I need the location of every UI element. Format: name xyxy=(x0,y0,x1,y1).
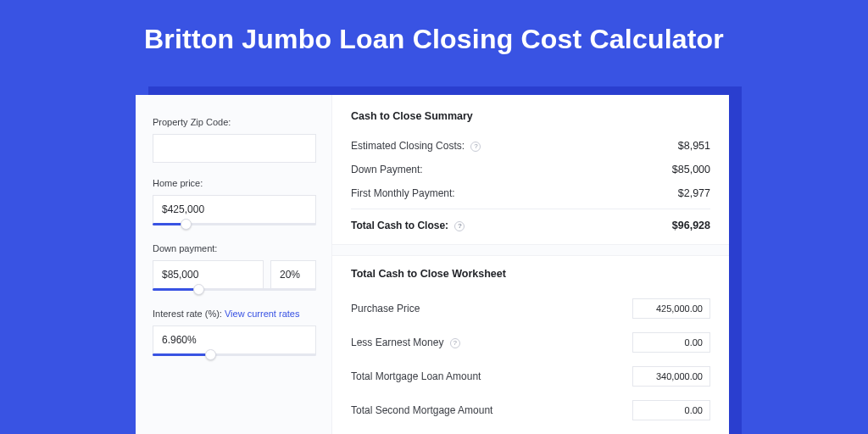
field-home-price: Home price: xyxy=(153,178,316,228)
down-payment-pct-input[interactable] xyxy=(270,260,316,289)
worksheet-row-mortgage-amount: Total Mortgage Loan Amount 340,000.00 xyxy=(351,359,710,393)
worksheet-row-purchase-price: Purchase Price 425,000.00 xyxy=(351,292,710,326)
help-icon[interactable]: ? xyxy=(454,221,465,231)
help-icon[interactable]: ? xyxy=(470,142,481,152)
worksheet-row-earnest-money: Less Earnest Money ? 0.00 xyxy=(351,326,710,359)
view-rates-link[interactable]: View current rates xyxy=(225,309,299,319)
main-content: Cash to Close Summary Estimated Closing … xyxy=(332,95,729,434)
worksheet-label-text: Less Earnest Money xyxy=(351,337,443,348)
down-payment-label: Down payment: xyxy=(153,243,316,253)
worksheet-value: 425,000.00 xyxy=(632,298,710,319)
home-price-label: Home price: xyxy=(153,178,316,188)
summary-value: $85,000 xyxy=(672,164,710,175)
worksheet-title: Total Cash to Close Worksheet xyxy=(351,268,710,280)
field-interest-rate: Interest rate (%): View current rates xyxy=(153,309,316,359)
zip-input[interactable] xyxy=(153,134,316,163)
down-payment-slider[interactable] xyxy=(153,288,316,293)
summary-total-value: $96,928 xyxy=(672,220,710,231)
slider-fill xyxy=(153,353,210,356)
home-price-input[interactable] xyxy=(153,195,316,224)
summary-label: First Monthly Payment: xyxy=(351,187,455,199)
worksheet-label: Less Earnest Money ? xyxy=(351,337,460,348)
summary-total-label: Total Cash to Close: ? xyxy=(351,220,465,231)
summary-row-closing-costs: Estimated Closing Costs: ? $8,951 xyxy=(351,134,710,158)
worksheet-label: Total Mortgage Loan Amount xyxy=(351,370,481,382)
summary-label: Estimated Closing Costs: ? xyxy=(351,140,481,152)
worksheet-value: 0.00 xyxy=(632,400,710,420)
worksheet-section: Total Cash to Close Worksheet Purchase P… xyxy=(351,256,710,427)
summary-row-total: Total Cash to Close: ? $96,928 xyxy=(351,209,710,237)
summary-value: $8,951 xyxy=(678,140,710,152)
slider-thumb[interactable] xyxy=(181,219,192,230)
interest-rate-slider[interactable] xyxy=(153,353,316,359)
interest-rate-input[interactable] xyxy=(153,326,316,354)
slider-thumb[interactable] xyxy=(193,284,204,295)
page-title: Britton Jumbo Loan Closing Cost Calculat… xyxy=(0,24,868,55)
summary-label: Down Payment: xyxy=(351,164,423,175)
section-divider xyxy=(332,244,729,256)
worksheet-label: Total Second Mortgage Amount xyxy=(351,404,492,416)
summary-total-label-text: Total Cash to Close: xyxy=(351,220,448,231)
worksheet-value: 0.00 xyxy=(632,332,710,353)
interest-rate-label-text: Interest rate (%): xyxy=(153,309,222,319)
down-payment-input[interactable] xyxy=(153,260,264,289)
help-icon[interactable]: ? xyxy=(450,338,460,348)
worksheet-value: 340,000.00 xyxy=(632,366,710,387)
summary-value: $2,977 xyxy=(678,187,710,199)
summary-row-down-payment: Down Payment: $85,000 xyxy=(351,158,710,181)
worksheet-label: Purchase Price xyxy=(351,303,420,314)
calculator-card: Property Zip Code: Home price: Down paym… xyxy=(136,95,729,434)
summary-title: Cash to Close Summary xyxy=(351,110,710,122)
summary-label-text: Estimated Closing Costs: xyxy=(351,140,465,152)
summary-row-first-monthly: First Monthly Payment: $2,977 xyxy=(351,181,710,205)
form-sidebar: Property Zip Code: Home price: Down paym… xyxy=(136,95,332,434)
slider-thumb[interactable] xyxy=(205,349,216,360)
zip-label: Property Zip Code: xyxy=(153,117,316,127)
field-down-payment: Down payment: xyxy=(153,243,316,293)
home-price-slider[interactable] xyxy=(153,223,316,228)
slider-fill xyxy=(153,288,198,291)
worksheet-row-second-mortgage: Total Second Mortgage Amount 0.00 xyxy=(351,393,710,427)
field-zip: Property Zip Code: xyxy=(153,117,316,163)
interest-rate-label: Interest rate (%): View current rates xyxy=(153,309,316,319)
